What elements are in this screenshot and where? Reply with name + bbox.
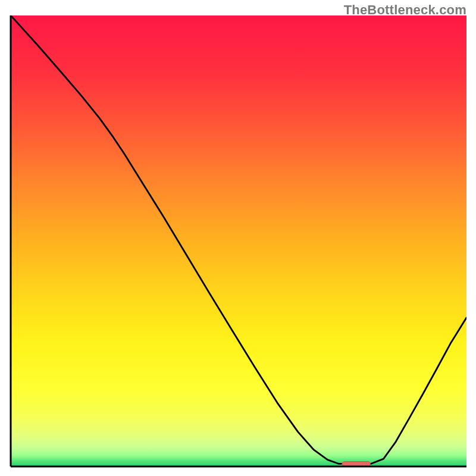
- svg-rect-0: [11, 15, 466, 466]
- plot-area: [11, 15, 466, 466]
- watermark-text: TheBottleneck.com: [344, 2, 466, 18]
- background-gradient: [11, 15, 466, 466]
- chart-container: TheBottleneck.com: [0, 0, 476, 476]
